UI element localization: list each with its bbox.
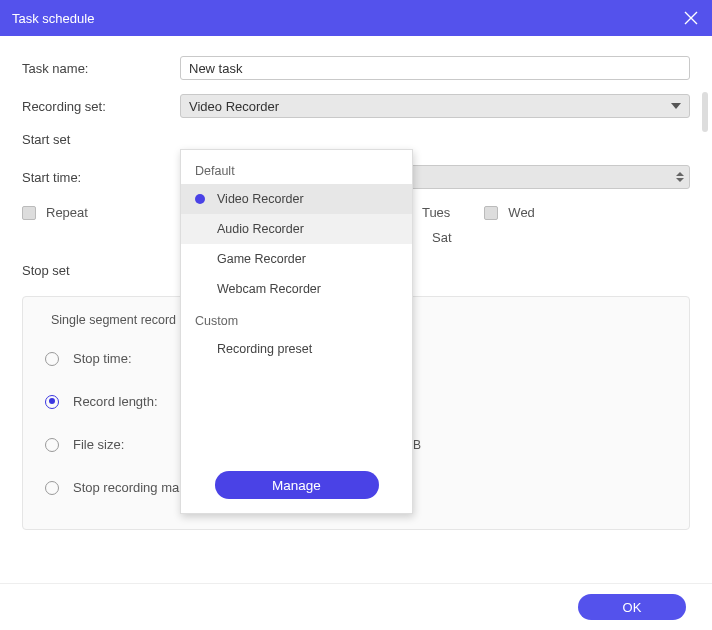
dropdown-group-default: Default: [181, 158, 412, 184]
record-length-radio[interactable]: [45, 395, 59, 409]
recording-set-dropdown: Default Video Recorder Audio Recorder Ga…: [180, 149, 413, 514]
manage-button[interactable]: Manage: [215, 471, 379, 499]
stepper-up-icon[interactable]: [676, 172, 684, 176]
repeat-label: Repeat: [46, 205, 88, 220]
dropdown-item-audio[interactable]: Audio Recorder: [181, 214, 412, 244]
day-sat: Sat: [432, 230, 452, 245]
window-title: Task schedule: [12, 11, 94, 26]
dropdown-item-video[interactable]: Video Recorder: [181, 184, 412, 214]
ok-button[interactable]: OK: [578, 594, 686, 620]
day-wed: Wed: [484, 205, 535, 220]
recording-set-label: Recording set:: [22, 99, 180, 114]
recording-set-select[interactable]: Video Recorder: [180, 94, 690, 118]
recording-set-value: Video Recorder: [189, 99, 279, 114]
close-icon[interactable]: [684, 11, 698, 25]
stepper-down-icon[interactable]: [676, 178, 684, 182]
selected-dot-icon: [195, 194, 205, 204]
record-length-label: Record length:: [73, 394, 158, 409]
start-set-label: Start set: [22, 132, 690, 147]
chevron-down-icon: [671, 103, 681, 109]
stop-time-label: Stop time:: [73, 351, 132, 366]
dropdown-item-webcam[interactable]: Webcam Recorder: [181, 274, 412, 304]
scrollbar-thumb[interactable]: [702, 92, 708, 132]
dropdown-item-game[interactable]: Game Recorder: [181, 244, 412, 274]
dropdown-item-preset[interactable]: Recording preset: [181, 334, 412, 364]
task-name-input[interactable]: [180, 56, 690, 80]
file-size-label: File size:: [73, 437, 147, 452]
time-stepper[interactable]: [675, 172, 685, 182]
stop-manual-radio[interactable]: [45, 481, 59, 495]
day-tues: Tues: [422, 205, 450, 220]
content-area: Task name: Recording set: Video Recorder…: [0, 36, 712, 583]
repeat-checkbox[interactable]: [22, 206, 36, 220]
stop-time-radio[interactable]: [45, 352, 59, 366]
footer: OK: [0, 583, 712, 630]
start-time-label: Start time:: [22, 170, 180, 185]
titlebar: Task schedule: [0, 0, 712, 36]
dropdown-group-custom: Custom: [181, 308, 412, 334]
wed-checkbox[interactable]: [484, 206, 498, 220]
task-name-label: Task name:: [22, 61, 180, 76]
file-size-radio[interactable]: [45, 438, 59, 452]
